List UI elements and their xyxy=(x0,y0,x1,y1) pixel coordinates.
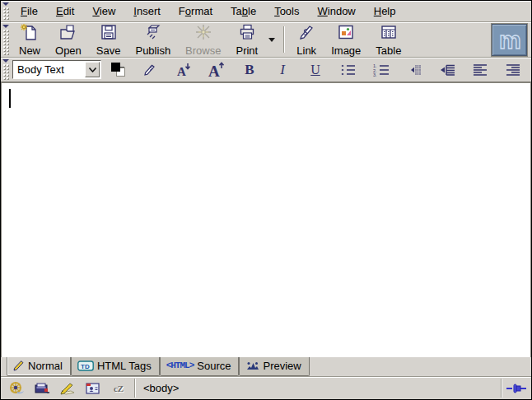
element-path: <body> xyxy=(135,377,501,399)
bulleted-list-button[interactable] xyxy=(338,59,360,80)
svg-text:3.: 3. xyxy=(373,72,377,77)
table-icon xyxy=(379,23,399,44)
menu-file[interactable]: File xyxy=(14,2,44,21)
increase-font-size-button[interactable]: A xyxy=(206,59,228,80)
align-left-icon xyxy=(472,63,488,77)
link-button[interactable]: Link xyxy=(289,24,324,55)
indent-icon xyxy=(439,63,455,77)
color-swatch-icon xyxy=(111,63,125,77)
menu-format[interactable]: Format xyxy=(172,2,219,21)
publish-icon xyxy=(143,23,163,44)
save-button[interactable]: Save xyxy=(89,24,128,55)
menu-tools-label: Tools xyxy=(274,5,299,17)
highlighter-pen-icon xyxy=(142,63,159,77)
larger-font-icon: A xyxy=(207,61,226,79)
tab-normal[interactable]: Normal xyxy=(7,357,71,376)
open-button-label: Open xyxy=(55,45,82,57)
swatch-tick xyxy=(120,67,124,67)
navigator-wheel-icon xyxy=(8,381,25,396)
menu-insert[interactable]: Insert xyxy=(127,2,167,21)
menu-table[interactable]: Table xyxy=(224,2,263,21)
menu-bar: File Edit View Insert Format Table Tools… xyxy=(1,1,531,22)
menu-tools[interactable]: Tools xyxy=(268,2,306,21)
outdent-button[interactable] xyxy=(404,59,426,80)
paragraph-format-select[interactable]: Body Text xyxy=(12,60,101,79)
table-button-label: Table xyxy=(376,45,401,57)
tab-preview[interactable]: Preview xyxy=(239,357,309,376)
align-left-button[interactable] xyxy=(469,59,492,80)
underline-glyph: U xyxy=(310,63,320,77)
save-button-label: Save xyxy=(96,45,121,57)
numbered-list-button[interactable]: 1. 2. 3. xyxy=(371,59,393,80)
tab-html-tags-label: HTML Tags xyxy=(97,360,152,372)
numbered-list-icon: 1. 2. 3. xyxy=(372,63,390,77)
toolbar-grippy[interactable] xyxy=(2,24,10,55)
editor-canvas[interactable] xyxy=(1,82,531,357)
paragraph-format-value: Body Text xyxy=(13,63,85,76)
online-plug-icon xyxy=(506,383,527,394)
mozilla-throbber[interactable]: m xyxy=(492,24,527,56)
combo-dropdown-button[interactable] xyxy=(85,62,100,77)
toolbar-grippy[interactable] xyxy=(2,58,10,81)
align-right-icon xyxy=(505,63,521,77)
bold-button[interactable]: B xyxy=(239,59,261,80)
tab-html-tags[interactable]: TD HTML Tags xyxy=(71,357,160,376)
pen-icon xyxy=(13,360,25,371)
align-right-button[interactable] xyxy=(502,59,525,80)
collapse-arrow-icon xyxy=(2,2,9,6)
td-tag-icon: TD xyxy=(77,360,94,371)
element-path-value[interactable]: <body> xyxy=(143,382,179,394)
chevron-down-icon xyxy=(89,67,96,72)
tab-source[interactable]: <HTML> Source xyxy=(160,357,240,376)
menu-help[interactable]: Help xyxy=(367,2,403,21)
menu-table-label: Table xyxy=(231,5,256,17)
print-icon xyxy=(237,23,257,44)
chatzilla-icon: cZ xyxy=(114,384,124,393)
svg-text:TD: TD xyxy=(81,363,90,370)
highlight-color-button[interactable] xyxy=(140,59,162,80)
navigator-button[interactable] xyxy=(7,380,26,397)
text-color-picker[interactable] xyxy=(107,59,129,80)
toolbar-grippy[interactable] xyxy=(2,2,10,21)
tab-normal-label: Normal xyxy=(28,360,63,372)
image-button[interactable]: Image xyxy=(324,24,368,55)
tab-preview-label: Preview xyxy=(263,360,301,372)
menu-edit[interactable]: Edit xyxy=(49,2,81,21)
mail-button[interactable] xyxy=(33,380,51,397)
new-button[interactable]: New xyxy=(12,24,48,55)
tab-source-label: Source xyxy=(197,360,231,372)
image-button-label: Image xyxy=(331,45,361,57)
mozilla-m-glyph: m xyxy=(499,26,521,53)
print-button[interactable]: Print xyxy=(228,24,265,55)
underline-button[interactable]: U xyxy=(305,59,327,80)
publish-button[interactable]: Publish xyxy=(128,24,178,55)
toolbar-separator xyxy=(283,26,284,53)
collapse-arrow-icon xyxy=(2,25,9,28)
menu-view[interactable]: View xyxy=(86,2,122,21)
address-book-icon xyxy=(85,381,101,396)
grippy-dots xyxy=(2,63,9,81)
collapse-arrow-icon xyxy=(2,59,9,63)
table-button[interactable]: Table xyxy=(368,24,408,55)
menu-window[interactable]: Window xyxy=(311,2,362,21)
component-bar: cZ xyxy=(1,377,134,399)
composer-window: File Edit View Insert Format Table Tools… xyxy=(0,0,532,400)
composer-pen-icon xyxy=(59,381,76,396)
open-button[interactable]: Open xyxy=(48,24,89,55)
edit-mode-tabbar: Normal TD HTML Tags <HTML> Source Previe… xyxy=(1,357,531,376)
print-dropdown-button[interactable] xyxy=(265,23,278,56)
decrease-font-size-button[interactable]: A xyxy=(173,59,195,80)
text-color-swatch xyxy=(111,63,120,72)
italic-button[interactable]: I xyxy=(272,59,294,80)
menu-file-label: File xyxy=(21,5,38,17)
composer-button[interactable] xyxy=(58,380,77,397)
chatzilla-button[interactable]: cZ xyxy=(110,380,128,397)
online-status[interactable] xyxy=(502,377,531,399)
indent-button[interactable] xyxy=(436,59,459,80)
browse-sparkle-icon xyxy=(194,23,213,44)
svg-text:A: A xyxy=(177,65,186,78)
save-floppy-icon xyxy=(99,23,119,44)
link-pen-icon xyxy=(296,23,316,44)
address-book-button[interactable] xyxy=(84,380,102,397)
menu-edit-label: Edit xyxy=(56,5,74,17)
